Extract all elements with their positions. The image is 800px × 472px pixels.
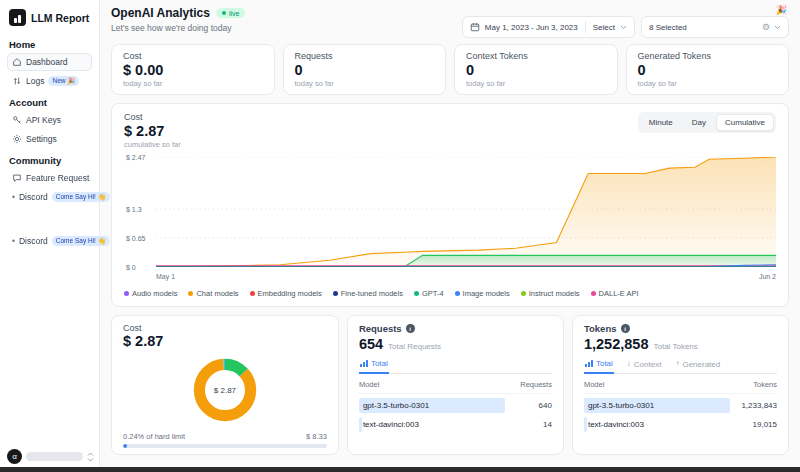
chart-value: $ 2.87 [124, 123, 181, 139]
llm-report-logo-icon [9, 9, 26, 26]
cost-donut-card: Cost $ 2.87 $ 2.87 0.24% of hard limit $… [111, 315, 339, 455]
stat-card-cost: Cost $ 0.00 today so far [111, 44, 275, 95]
live-dot-icon [222, 11, 226, 15]
sidebar-section-home: Home Dashboard Logs New 🎉 [0, 39, 99, 90]
download-icon: ↓ [627, 360, 631, 368]
toggle-day[interactable]: Day [683, 114, 715, 131]
sidebar-item-label: Dashboard [26, 57, 68, 67]
sidebar-item-discord[interactable]: • Discord Come Say Hi! 👋 [7, 188, 92, 206]
sidebar-item-logs[interactable]: Logs New 🎉 [7, 72, 92, 90]
tokens-table: gpt-3.5-turbo-03011,233,843text-davinci:… [584, 398, 777, 432]
stat-sub: today so far [295, 79, 435, 88]
legend-item: Embedding models [250, 289, 322, 298]
tokens-tabs: Total ↓ Context ↑ Generated [584, 358, 777, 374]
user-account-switcher[interactable]: α [7, 449, 94, 464]
table-row[interactable]: text-davinci:00314 [359, 417, 552, 432]
legend-dot-icon [333, 291, 338, 296]
sidebar-section-community: Community Feature Request • Discord Come… [0, 155, 99, 250]
sidebar-item-dashboard[interactable]: Dashboard [7, 53, 92, 71]
sidebar-item-feature-request[interactable]: Feature Request [7, 169, 92, 187]
y-tick-label: $ 0 [126, 264, 136, 271]
table-row[interactable]: text-davinci:00319,015 [584, 417, 777, 432]
stat-card-requests: Requests 0 today so far [283, 44, 447, 95]
stat-value: 0 [466, 62, 606, 78]
user-name-redacted [26, 452, 83, 461]
sidebar-item-label: Logs [26, 76, 44, 86]
section-header-home: Home [9, 39, 90, 50]
tab-context[interactable]: ↓ Context [626, 358, 663, 373]
card-value: 1,252,858 [584, 336, 649, 352]
bottom-cards-row: Cost $ 2.87 $ 2.87 0.24% of hard limit $… [111, 315, 789, 455]
chevron-down-icon [774, 25, 781, 30]
table-row[interactable]: gpt-3.5-turbo-0301640 [359, 398, 552, 413]
table-row[interactable]: gpt-3.5-turbo-03011,233,843 [584, 398, 777, 413]
models-multiselect[interactable]: 8 Selected ⚙ [641, 16, 789, 38]
gear-icon[interactable]: ⚙ [762, 23, 770, 32]
sidebar-item-api-keys[interactable]: API Keys [7, 111, 92, 129]
card-value: $ 2.87 [123, 333, 327, 349]
home-icon [12, 57, 22, 67]
toggle-minute[interactable]: Minute [640, 114, 682, 131]
progress-fill [123, 444, 127, 448]
divider [585, 21, 586, 33]
bullet-icon: • [12, 192, 15, 202]
page-header: OpenAI Analytics live Let's see how we'r… [111, 6, 789, 38]
stat-sub: today so far [638, 79, 778, 88]
sidebar-item-label: Feature Request [26, 173, 89, 183]
main-content: OpenAI Analytics live Let's see how we'r… [100, 0, 800, 455]
legend-item: GPT-4 [414, 289, 444, 298]
sidebar-item-settings[interactable]: Settings [7, 130, 92, 148]
sidebar: LLM Report Home Dashboard Logs New 🎉 Acc… [0, 0, 100, 472]
legend-dot-icon [250, 291, 255, 296]
chevron-down-icon [620, 25, 627, 30]
legend-dot-icon [414, 291, 419, 296]
col-model: Model [359, 380, 379, 389]
discord-badge: Come Say Hi! 👋 [52, 236, 110, 246]
cost-donut-chart: $ 2.87 [185, 350, 265, 430]
sidebar-item-discord-2[interactable]: • Discord Come Say Hi! 👋 [7, 232, 92, 250]
y-tick-label: $ 0.65 [126, 235, 145, 242]
legend-dot-icon [124, 291, 129, 296]
legend-dot-icon [455, 291, 460, 296]
info-icon[interactable]: i [406, 324, 415, 333]
date-range-picker[interactable]: May 1, 2023 - Jun 3, 2023 Select [462, 16, 635, 38]
card-title: Tokens [584, 323, 617, 334]
table-header: Model Tokens [584, 380, 777, 394]
page-title: OpenAI Analytics [111, 6, 210, 20]
tab-total[interactable]: Total [359, 358, 389, 374]
date-select-label: Select [593, 23, 615, 32]
x-tick-start: May 1 [156, 273, 175, 280]
bullet-icon: • [12, 236, 15, 246]
calendar-icon [470, 22, 480, 32]
card-value: 654 [359, 336, 383, 352]
hard-limit-value: $ 8.33 [306, 432, 327, 441]
model-name: gpt-3.5-turbo-0301 [359, 401, 429, 410]
legend-item: Image models [455, 289, 510, 298]
stat-sub: today so far [123, 79, 263, 88]
x-axis: May 1 Jun 2 [156, 273, 776, 280]
legend-dot-icon [521, 291, 526, 296]
card-title: Requests [359, 323, 402, 334]
chevron-up-down-icon [87, 452, 94, 462]
bar-chart-icon [585, 360, 593, 367]
tab-total[interactable]: Total [584, 358, 614, 374]
sidebar-item-label: Discord [19, 192, 48, 202]
table-header: Model Requests [359, 380, 552, 394]
legend-item: Chat models [188, 289, 238, 298]
y-tick-label: $ 1.3 [126, 206, 142, 213]
speech-bubble-icon [12, 173, 22, 183]
legend-dot-icon [591, 291, 596, 296]
toggle-cumulative[interactable]: Cumulative [716, 114, 774, 131]
y-tick-label: $ 2.47 [126, 154, 145, 161]
horizontal-scrollbar[interactable] [0, 467, 800, 472]
stat-cards-row: Cost $ 0.00 today so far Requests 0 toda… [111, 44, 789, 95]
celebration-icon[interactable]: 🎉 [776, 6, 787, 15]
info-icon[interactable]: i [621, 324, 630, 333]
stat-card-context-tokens: Context Tokens 0 today so far [454, 44, 618, 95]
tab-generated[interactable]: ↑ Generated [674, 358, 721, 373]
app-logo[interactable]: LLM Report [0, 0, 99, 32]
chart-plot-area: $ 2.47$ 1.3$ 0.65$ 0 May 1 Jun 2 [124, 157, 776, 280]
chart-legend: Audio modelsChat modelsEmbedding modelsF… [124, 289, 776, 298]
avatar[interactable]: α [7, 449, 22, 464]
cost-chart-card: Cost $ 2.87 cumulative so far Minute Day… [111, 103, 789, 307]
